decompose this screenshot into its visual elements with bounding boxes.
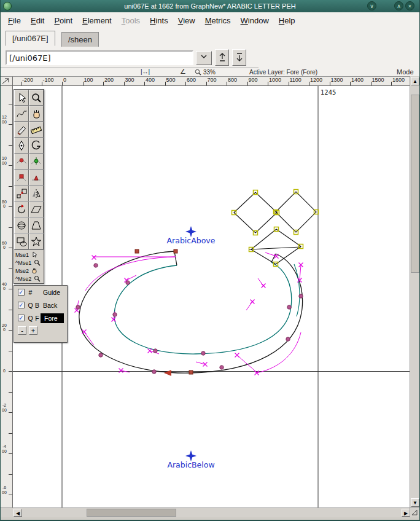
scroll-down-button[interactable]: ▼	[411, 498, 419, 507]
control-point-x[interactable]	[262, 284, 266, 288]
layer-visible-checkbox[interactable]: ✓	[18, 302, 25, 308]
curve-point[interactable]	[76, 305, 80, 309]
layer-row-guide[interactable]: ✓ # Guide	[14, 286, 67, 299]
curve-point[interactable]	[299, 294, 303, 298]
curve-point[interactable]	[94, 264, 98, 267]
dot-diamond-right[interactable]	[276, 192, 316, 232]
hand-tool[interactable]	[29, 106, 44, 122]
glyph-name-input[interactable]	[6, 50, 193, 65]
layer-visible-checkbox[interactable]: ✓	[18, 289, 25, 296]
vertical-scrollbar[interactable]: ▲ ▼	[410, 76, 419, 507]
control-handle-line	[84, 332, 94, 345]
curve-point[interactable]	[126, 281, 130, 284]
control-point-x[interactable]	[148, 349, 152, 353]
knife-tool[interactable]	[14, 122, 29, 138]
curve-point-tool[interactable]	[14, 154, 29, 170]
curve-point[interactable]	[201, 351, 205, 355]
ruler-tick	[247, 82, 248, 85]
menu-window[interactable]: Window	[236, 14, 274, 27]
ruler-tool[interactable]	[29, 122, 44, 138]
skew-tool[interactable]	[29, 202, 44, 217]
vertical-scroll-thumb[interactable]	[411, 95, 419, 273]
menu-element[interactable]: Element	[77, 14, 117, 27]
wordlist-dropdown-button[interactable]	[196, 51, 212, 65]
rotate-tool[interactable]	[14, 202, 29, 217]
control-point-x[interactable]	[119, 369, 123, 373]
layer-name-back[interactable]: Back	[41, 301, 60, 310]
ruler-label: 400	[146, 77, 155, 83]
magnify-tool[interactable]	[29, 90, 44, 106]
horizontal-ruler[interactable]: -200-10001002003004005006007008009001000…	[1, 76, 419, 86]
menu-metrics[interactable]: Metrics	[200, 14, 236, 27]
curve-point[interactable]	[152, 370, 156, 374]
scroll-right-button[interactable]: ▶	[402, 509, 410, 517]
rotate3d-tool[interactable]	[14, 217, 29, 233]
corner-point[interactable]	[135, 249, 139, 253]
curve-point[interactable]	[287, 305, 291, 309]
layer-row-back[interactable]: ✓ Q B Back	[14, 299, 67, 311]
curve-point[interactable]	[113, 313, 117, 316]
curve-point[interactable]	[220, 366, 224, 369]
tangent-point-tool[interactable]	[29, 170, 44, 186]
layer-row-fore[interactable]: ✓ Q F Fore	[14, 311, 67, 324]
ruler-label: 900	[249, 77, 258, 83]
glyph-outer-contour[interactable]	[79, 251, 303, 373]
ruler-tick	[165, 82, 166, 85]
menu-file[interactable]: File	[3, 14, 26, 27]
layer-visible-checkbox[interactable]: ✓	[18, 315, 25, 321]
close-button[interactable]: ×	[405, 1, 414, 10]
perspective-tool[interactable]	[29, 217, 44, 233]
control-point-x[interactable]	[92, 256, 96, 260]
flip-tool[interactable]	[29, 186, 44, 202]
previous-word-button[interactable]	[215, 49, 229, 66]
maximize-button[interactable]: ∧	[394, 1, 403, 10]
pen-tool[interactable]	[14, 138, 29, 154]
layer-name-fore[interactable]: Fore	[41, 313, 64, 323]
glyph-drawing[interactable]: 1245 ArabicAbove ArabicBelow	[13, 86, 411, 507]
corner-point[interactable]	[174, 249, 177, 253]
next-word-button[interactable]	[232, 49, 246, 66]
pointer-tool[interactable]	[14, 90, 29, 106]
curve-points[interactable]	[76, 264, 303, 374]
hvcurve-point-tool[interactable]	[29, 154, 44, 170]
title-bar[interactable]: uni067E at 1662 from GraphNew* ARABIC LE…	[1, 0, 419, 12]
shade-button[interactable]: ∨	[367, 1, 376, 10]
menu-view[interactable]: View	[173, 14, 200, 27]
menu-edit[interactable]: Edit	[26, 14, 49, 27]
scroll-up-button[interactable]: ▲	[411, 77, 419, 85]
horizontal-scrollbar[interactable]: ◀ ▶	[13, 507, 411, 517]
freehand-tool[interactable]	[14, 106, 29, 122]
control-point-x[interactable]	[235, 353, 239, 358]
dot-diamond-left[interactable]	[234, 192, 277, 233]
tab-sheen[interactable]: /sheen	[61, 32, 99, 47]
menu-hints[interactable]: Hints	[145, 14, 173, 27]
layer-name-guide[interactable]: Guide	[41, 288, 63, 297]
control-point-x[interactable]	[203, 362, 208, 367]
control-point-x[interactable]	[251, 300, 255, 304]
remove-layer-button[interactable]: -	[18, 326, 26, 335]
vertical-ruler[interactable]: 120010008006004002000-200-400-600	[1, 86, 13, 507]
scale-tool[interactable]	[14, 186, 29, 202]
polygon-star-tool[interactable]	[29, 233, 44, 249]
rectangle-ellipse-tool[interactable]	[14, 233, 29, 249]
menu-point[interactable]: Point	[49, 14, 77, 27]
curve-point[interactable]	[99, 353, 103, 357]
glyph-canvas[interactable]: 1245 ArabicAbove ArabicBelow	[13, 86, 411, 507]
curve-point[interactable]	[154, 349, 157, 353]
menu-tools: Tools	[117, 14, 145, 27]
menu-bar: File Edit Point Element Tools Hints View…	[1, 12, 419, 28]
scroll-left-button[interactable]: ◀	[14, 509, 22, 517]
horizontal-scroll-thumb[interactable]	[87, 509, 176, 517]
menu-help[interactable]: Help	[274, 14, 300, 27]
add-layer-button[interactable]: +	[29, 326, 37, 335]
corner-point[interactable]	[189, 370, 193, 374]
corner-points[interactable]	[135, 249, 193, 374]
resize-grip[interactable]	[410, 507, 419, 517]
corner-point-tool[interactable]	[14, 170, 29, 186]
curve-point[interactable]	[286, 337, 290, 341]
glyph-inner-contour[interactable]	[114, 262, 292, 354]
ruler-label: 300	[125, 77, 134, 83]
spiro-tool[interactable]	[29, 138, 44, 154]
ruler-label: 1600	[392, 77, 405, 83]
tab-uni067E[interactable]: [/uni067E]	[6, 31, 55, 46]
